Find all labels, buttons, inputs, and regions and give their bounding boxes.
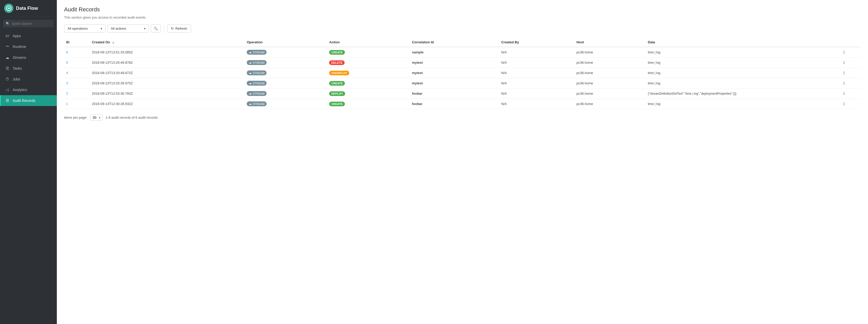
- cell-data: time | log: [646, 78, 841, 88]
- search-icon: 🔍: [6, 22, 10, 26]
- refresh-label: Refresh: [176, 27, 187, 30]
- quick-search-box[interactable]: 🔍 Quick Search: [3, 20, 54, 27]
- row-id-link[interactable]: 3: [66, 81, 68, 85]
- cell-action: CREATE: [327, 99, 410, 109]
- cell-host: pc36.home: [574, 68, 646, 78]
- toolbar: All operations STREAM TASK JOB APP ▼ All…: [64, 25, 861, 33]
- info-icon[interactable]: ℹ: [843, 91, 845, 96]
- sidebar-item-analytics[interactable]: ◁ Analytics: [0, 84, 57, 95]
- col-action: Action: [327, 38, 410, 47]
- search-button[interactable]: 🔍: [151, 25, 161, 33]
- per-page-wrapper: 10 20 30 50 ▼: [90, 114, 102, 121]
- sidebar-item-runtime[interactable]: 〜 Runtime: [0, 41, 57, 52]
- table-row: 32018-09-13T13:20:39.975Z☁ STREAMCREATEm…: [64, 78, 861, 88]
- operations-select-wrapper: All operations STREAM TASK JOB APP ▼: [64, 25, 105, 33]
- info-icon[interactable]: ℹ: [843, 81, 845, 85]
- sidebar-logo: Data Flow: [0, 0, 57, 17]
- cell-host: pc36.home: [574, 78, 646, 88]
- table-row: 12018-09-13T12:30:28.932Z☁ STREAMCREATEf…: [64, 99, 861, 109]
- info-icon[interactable]: ℹ: [843, 60, 845, 65]
- logo-icon: [4, 4, 13, 13]
- cell-created-on: 2018-09-13T13:20:49.872Z: [90, 68, 245, 78]
- cell-correlation-id: sample: [410, 47, 499, 58]
- sidebar-item-audit-records[interactable]: ☰ Audit Records: [0, 95, 57, 106]
- action-badge: CREATE: [329, 102, 345, 106]
- apps-icon: 🏷: [5, 34, 9, 38]
- action-badge: UNDEPLOY: [329, 71, 349, 75]
- cell-info: ℹ: [841, 99, 861, 109]
- cell-created-on: 2018-09-13T13:51:33.085Z: [90, 47, 245, 58]
- audit-table: ID Created On ▲ Operation Action Correla…: [64, 38, 861, 109]
- cell-info: ℹ: [841, 68, 861, 78]
- main-content: Audit Records This section gives you acc…: [57, 0, 868, 324]
- sidebar-item-jobs-label: Jobs: [13, 77, 21, 81]
- cell-created-on: 2018-09-13T12:53:30.793Z: [90, 88, 245, 99]
- cell-data: time | log: [646, 99, 841, 109]
- table-row: 62018-09-13T13:51:33.085Z☁ STREAMCREATEs…: [64, 47, 861, 58]
- row-id-link[interactable]: 2: [66, 92, 68, 96]
- sidebar-item-apps[interactable]: 🏷 Apps: [0, 30, 57, 41]
- cell-created-by: N/A: [499, 47, 574, 58]
- toolbar-divider: [164, 25, 164, 32]
- cell-id: 6: [64, 47, 90, 58]
- cloud-icon: ☁: [249, 71, 252, 75]
- jobs-icon: ⏱: [5, 77, 9, 81]
- cell-operation: ☁ STREAM: [245, 88, 327, 99]
- table-row: 42018-09-13T13:20:49.872Z☁ STREAMUNDEPLO…: [64, 68, 861, 78]
- col-created-by: Created By: [499, 38, 574, 47]
- operation-badge: ☁ STREAM: [247, 101, 267, 106]
- sidebar-item-tasks[interactable]: ☰ Tasks: [0, 63, 57, 74]
- cell-created-by: N/A: [499, 78, 574, 88]
- cell-action: UNDEPLOY: [327, 68, 410, 78]
- table-row: 52018-09-13T13:20:49.878Z☁ STREAMDELETEm…: [64, 58, 861, 68]
- col-id: ID: [64, 38, 90, 47]
- cell-host: pc36.home: [574, 47, 646, 58]
- cell-host: pc36.home: [574, 88, 646, 99]
- sidebar: Data Flow 🔍 Quick Search 🏷 Apps 〜 Runtim…: [0, 0, 57, 324]
- info-icon[interactable]: ℹ: [843, 102, 845, 106]
- page-title: Audit Records: [64, 6, 861, 13]
- pagination-bar: items per page: 10 20 30 50 ▼ 1-6 audit …: [64, 114, 861, 121]
- cell-operation: ☁ STREAM: [245, 68, 327, 78]
- row-id-link[interactable]: 5: [66, 61, 68, 65]
- cell-operation: ☁ STREAM: [245, 47, 327, 58]
- cell-created-on: 2018-09-13T13:20:39.975Z: [90, 78, 245, 88]
- actions-select-wrapper: All actions CREATE DELETE UNDEPLOY DEPLO…: [107, 25, 149, 33]
- col-operation: Operation: [245, 38, 327, 47]
- col-host: Host: [574, 38, 646, 47]
- sidebar-item-audit-records-label: Audit Records: [13, 99, 35, 103]
- cell-id: 5: [64, 58, 90, 68]
- cloud-icon: ☁: [249, 61, 252, 64]
- row-id-link[interactable]: 6: [66, 50, 68, 54]
- cell-correlation-id: foobar: [410, 88, 499, 99]
- app-title: Data Flow: [16, 6, 38, 11]
- runtime-icon: 〜: [5, 44, 9, 49]
- refresh-button[interactable]: ↻ Refresh: [167, 25, 191, 33]
- sidebar-item-jobs[interactable]: ⏱ Jobs: [0, 74, 57, 84]
- tasks-icon: ☰: [5, 66, 9, 71]
- cell-created-by: N/A: [499, 58, 574, 68]
- cell-id: 2: [64, 88, 90, 99]
- info-icon[interactable]: ℹ: [843, 71, 845, 75]
- row-id-link[interactable]: 4: [66, 71, 68, 75]
- info-icon[interactable]: ℹ: [843, 50, 845, 55]
- action-badge: CREATE: [329, 81, 345, 86]
- actions-select[interactable]: All actions CREATE DELETE UNDEPLOY DEPLO…: [107, 25, 149, 33]
- sidebar-item-streams[interactable]: ☁ Streams: [0, 52, 57, 63]
- per-page-select[interactable]: 10 20 30 50: [90, 114, 102, 121]
- cell-correlation-id: mytest: [410, 68, 499, 78]
- audit-icon: ☰: [5, 98, 9, 103]
- cell-created-by: N/A: [499, 88, 574, 99]
- cell-info: ℹ: [841, 88, 861, 99]
- row-id-link[interactable]: 1: [66, 102, 68, 106]
- cell-action: DEPLOY: [327, 88, 410, 99]
- cell-operation: ☁ STREAM: [245, 99, 327, 109]
- operations-select[interactable]: All operations STREAM TASK JOB APP: [64, 25, 105, 33]
- cell-info: ℹ: [841, 78, 861, 88]
- cell-created-by: N/A: [499, 68, 574, 78]
- col-data: Data: [646, 38, 841, 47]
- cloud-icon: ☁: [249, 50, 252, 54]
- table-row: 22018-09-13T12:53:30.793Z☁ STREAMDEPLOYf…: [64, 88, 861, 99]
- analytics-icon: ◁: [5, 87, 9, 92]
- cell-correlation-id: mytest: [410, 58, 499, 68]
